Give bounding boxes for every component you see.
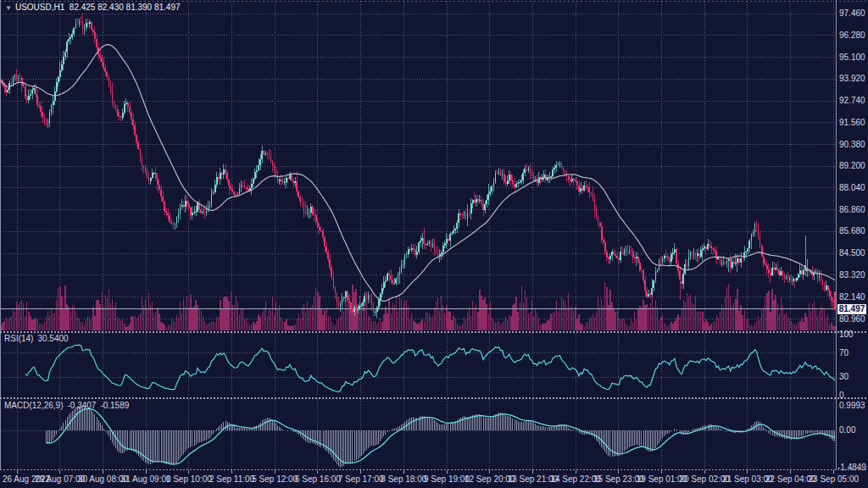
macd-panel[interactable] <box>0 399 836 469</box>
ohlc-values: 82.425 82.430 81.390 81.497 <box>70 3 181 12</box>
price-chart-panel[interactable] <box>0 0 836 331</box>
symbol-period-label: USOUSD,H1 <box>15 3 64 12</box>
rsi-panel[interactable] <box>0 333 836 397</box>
chart-header: ▼USOUSD,H1 82.425 82.430 81.390 81.497 <box>5 3 181 14</box>
trading-chart-window: ▼USOUSD,H1 82.425 82.430 81.390 81.497 R… <box>0 0 868 488</box>
chart-dropdown-icon[interactable]: ▼ <box>5 4 12 12</box>
